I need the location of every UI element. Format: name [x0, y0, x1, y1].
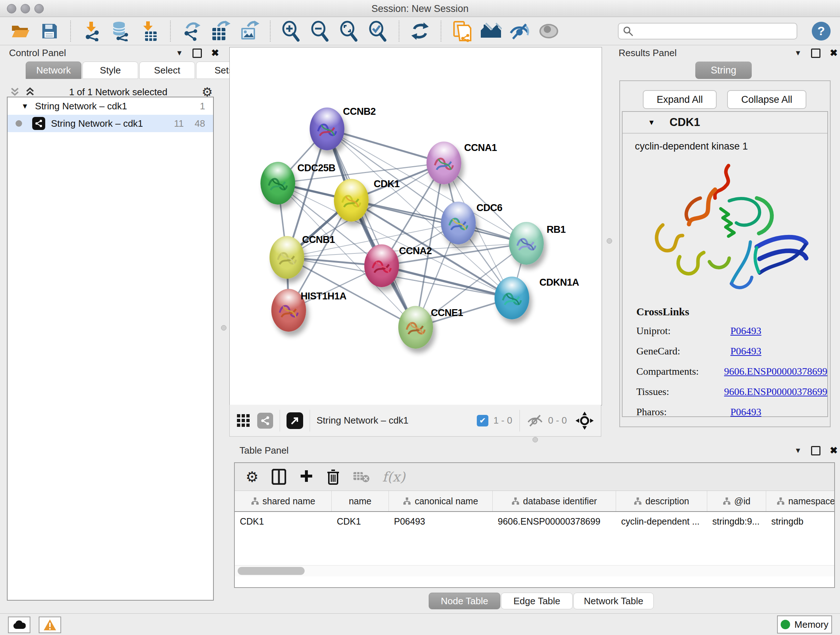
eye-icon [538, 23, 559, 40]
tab-network[interactable]: Network [26, 62, 81, 79]
import-table-from-file-button[interactable] [138, 20, 161, 42]
collapse-panel-icon[interactable]: ▼ [794, 447, 802, 455]
float-panel-icon[interactable] [193, 49, 202, 58]
node-cdc25b[interactable] [261, 162, 295, 204]
collapse-panel-icon[interactable]: ▼ [794, 49, 802, 57]
collapse-all-chevrons-icon[interactable] [10, 87, 19, 97]
new-network-from-selection-button[interactable] [451, 20, 473, 42]
collection-count: 1 [200, 101, 205, 112]
tab-node-table[interactable]: Node Table [429, 593, 500, 609]
float-panel-icon[interactable] [811, 446, 821, 455]
apply-preferred-layout-button[interactable] [409, 20, 431, 42]
table-cell[interactable]: stringdb:9... [712, 516, 760, 527]
table-cell[interactable]: CDK1 [240, 516, 264, 527]
column-header-shared-name[interactable]: shared name [235, 491, 332, 511]
float-panel-icon[interactable] [811, 49, 821, 58]
gene-card-header[interactable]: ▼ CDK1 [622, 112, 827, 134]
tab-network-table[interactable]: Network Table [573, 593, 654, 609]
network-share-view-icon[interactable] [257, 413, 273, 429]
column-header-description[interactable]: description [616, 491, 707, 511]
node-ccne1[interactable] [398, 306, 433, 348]
horizontal-splitter-handle[interactable] [532, 437, 538, 442]
table-cell[interactable]: P06493 [394, 516, 425, 527]
tab-edge-table[interactable]: Edge Table [501, 593, 573, 609]
node-rb1[interactable] [509, 222, 544, 264]
import-network-from-database-button[interactable] [109, 20, 132, 42]
vertical-splitter-handle[interactable] [607, 238, 612, 244]
import-network-from-file-button[interactable] [80, 20, 103, 42]
warning-button[interactable] [39, 616, 61, 633]
memory-button[interactable]: Memory [777, 616, 832, 633]
crosslink-link[interactable]: P06493 [730, 406, 761, 418]
crosslink-link[interactable]: P06493 [730, 325, 761, 337]
hide-selection-button[interactable] [508, 20, 531, 42]
delete-column-trash-icon[interactable] [327, 469, 340, 485]
network-collection-row[interactable]: ▼ String Network – cdk1 1 [8, 97, 213, 115]
export-table-button[interactable] [209, 20, 232, 42]
zoom-out-button[interactable] [309, 20, 332, 42]
zoom-fit-button[interactable] [338, 20, 360, 42]
node-cdk1[interactable] [334, 179, 369, 222]
column-header-canonical-name[interactable]: canonical name [389, 491, 493, 511]
export-network-button[interactable] [180, 20, 202, 42]
crosslink-link[interactable]: P06493 [730, 345, 761, 357]
close-panel-icon[interactable]: ✖ [830, 445, 838, 456]
table-options-gear-icon[interactable]: ⚙ [246, 469, 259, 485]
save-session-button[interactable] [38, 20, 61, 42]
zoom-selected-button[interactable] [367, 20, 389, 42]
tab-select[interactable]: Select [139, 62, 195, 79]
collapse-all-button[interactable]: Collapse All [727, 90, 806, 109]
expand-all-button[interactable]: Expand All [643, 90, 717, 109]
cloud-button[interactable] [8, 616, 30, 633]
network-canvas[interactable]: CCNB2CCNA1CDC25BCDK1CDC6RB1CCNB1CCNA2CDK… [230, 48, 602, 405]
expand-all-chevrons-icon[interactable] [25, 87, 35, 97]
export-image-button[interactable] [238, 20, 261, 42]
grid-view-icon[interactable] [237, 414, 250, 427]
first-neighbors-button[interactable] [480, 20, 502, 42]
close-panel-icon[interactable]: ✖ [830, 48, 838, 59]
node-ccnb2[interactable] [309, 108, 344, 150]
show-all-button[interactable] [538, 20, 560, 42]
search-input[interactable] [636, 25, 792, 36]
close-panel-icon[interactable]: ✖ [211, 48, 219, 59]
edge-CCNB2-CCNA1[interactable] [327, 129, 444, 163]
selected-checkbox-icon[interactable]: ✔ [477, 415, 488, 426]
table-body[interactable]: CDK1CDK1P064939606.ENSP00000378699cyclin… [235, 512, 834, 576]
vertical-splitter-handle[interactable] [221, 325, 226, 331]
crosslink-link[interactable]: 9606.ENSP00000378699 [724, 366, 827, 377]
collapse-panel-icon[interactable]: ▼ [176, 49, 183, 57]
table-cell[interactable]: stringdb [771, 516, 804, 527]
column-header-name[interactable]: name [332, 491, 389, 511]
scrollbar-thumb[interactable] [238, 567, 305, 575]
node-cdkn1a[interactable] [494, 277, 529, 319]
tab-style[interactable]: Style [82, 62, 138, 79]
create-column-plus-icon[interactable] [299, 470, 314, 484]
table-cell[interactable]: 9606.ENSP00000378699 [498, 516, 600, 527]
node-cdc6[interactable] [441, 202, 476, 244]
birdseye-view-icon[interactable] [286, 412, 303, 429]
zoom-in-icon [281, 21, 301, 42]
network-view[interactable]: CCNB2CCNA1CDC25BCDK1CDC6RB1CCNB1CCNA2CDK… [229, 47, 602, 405]
horizontal-scrollbar[interactable] [235, 565, 834, 576]
column-header--id[interactable]: @id [707, 491, 766, 511]
node-count: 11 [174, 118, 184, 129]
column-header-database-identifier[interactable]: database identifier [493, 491, 616, 511]
network-row[interactable]: String Network – cdk1 11 48 [8, 115, 213, 132]
disclosure-triangle-icon[interactable]: ▼ [648, 119, 655, 127]
column-header-namespace[interactable]: namespace [766, 491, 834, 511]
table-cell[interactable]: cyclin-dependent ... [621, 516, 699, 527]
node-label-cdc25b: CDC25B [297, 163, 335, 174]
node-ccna2[interactable] [364, 244, 399, 287]
search-field[interactable] [618, 23, 797, 40]
zoom-in-button[interactable] [280, 20, 302, 42]
table-cell[interactable]: CDK1 [337, 516, 361, 527]
tab-string[interactable]: String [695, 62, 752, 79]
show-columns-icon[interactable] [272, 469, 286, 485]
disclosure-triangle-icon[interactable]: ▼ [21, 102, 28, 111]
node-ccnb1[interactable] [270, 236, 304, 279]
help-button[interactable]: ? [812, 22, 831, 41]
fit-content-crosshair-icon[interactable] [576, 412, 594, 430]
node-ccna1[interactable] [426, 141, 461, 184]
open-session-button[interactable] [9, 20, 32, 42]
crosslink-link[interactable]: 9606.ENSP00000378699 [724, 386, 827, 397]
